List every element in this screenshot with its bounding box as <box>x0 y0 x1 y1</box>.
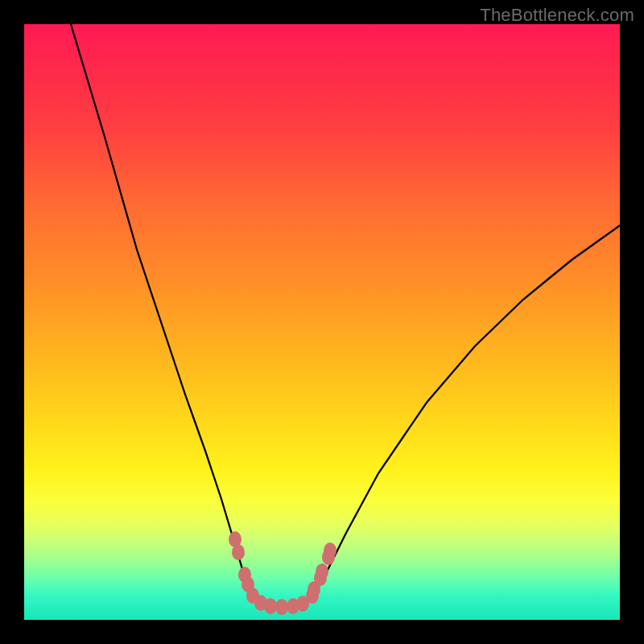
series-right-branch <box>308 225 620 602</box>
curve-layer <box>24 24 620 620</box>
highlight-dot <box>316 564 328 580</box>
highlight-markers <box>229 531 336 615</box>
plot-area <box>24 24 620 620</box>
chart-stage: TheBottleneck.com <box>0 0 644 644</box>
highlight-dot <box>264 598 277 614</box>
highlight-dot <box>275 599 288 615</box>
highlight-dot <box>324 543 336 559</box>
watermark-text: TheBottleneck.com <box>480 5 634 26</box>
series-left-branch <box>71 24 259 602</box>
highlight-dot <box>232 544 245 560</box>
